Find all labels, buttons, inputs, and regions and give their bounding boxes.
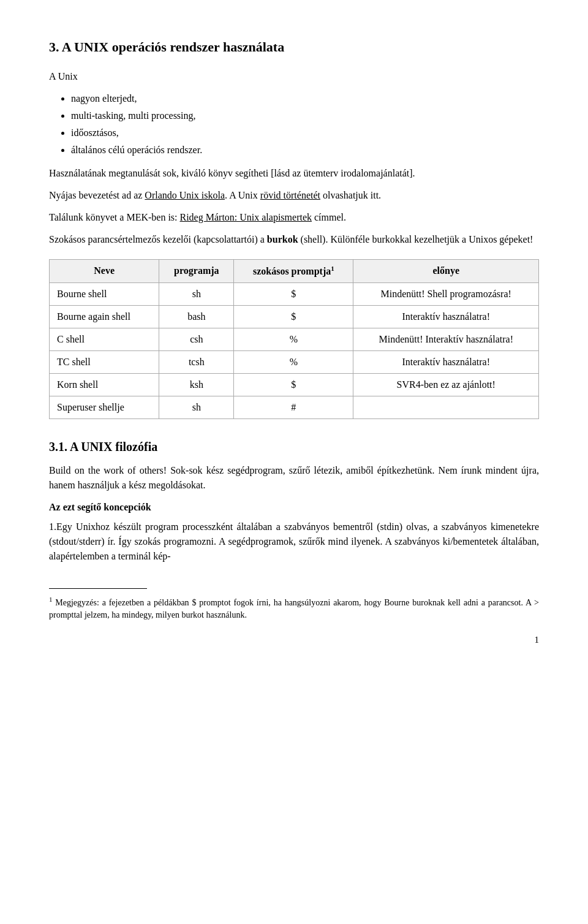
table-row: Korn shell ksh $ SVR4-ben ez az ajánlott…	[50, 374, 539, 396]
para1: Használatának megtanulását sok, kiváló k…	[49, 166, 539, 181]
bullets-list: nagyon elterjedt, multi-tasking, multi p…	[71, 91, 539, 157]
rideg-link[interactable]: Rideg Márton: Unix alapismertek	[180, 212, 312, 222]
cell-neve: C shell	[50, 328, 159, 351]
cell-promptja: %	[234, 351, 353, 374]
cell-programja: csh	[159, 328, 234, 351]
para2-pre: Nyájas bevezetést ad az	[49, 190, 145, 200]
cell-elonye: Mindenütt! Shell programozásra!	[353, 283, 539, 306]
col-promptja: szokásos promptja1	[234, 260, 353, 283]
para4-pre: Szokásos parancsértelmezős kezelői (kapc…	[49, 234, 267, 244]
table-row: Bourne again shell bash $ Interaktív has…	[50, 306, 539, 328]
koncepciok-para: 1.Egy Unixhoz készült program processzké…	[49, 520, 539, 564]
table-row: Superuser shellje sh #	[50, 396, 539, 419]
cell-programja: ksh	[159, 374, 234, 396]
cell-neve: Superuser shellje	[50, 396, 159, 419]
para3-post: címmel.	[312, 212, 346, 222]
cell-neve: Bourne again shell	[50, 306, 159, 328]
cell-programja: sh	[159, 283, 234, 306]
intro-heading: A Unix	[49, 69, 539, 84]
shells-table: Neve programja szokásos promptja1 előnye…	[49, 259, 539, 419]
cell-elonye: Interaktív használatra!	[353, 306, 539, 328]
koncepciok-title: Az ezt segítő koncepciók	[49, 500, 539, 515]
table-row: TC shell tcsh % Interaktív használatra!	[50, 351, 539, 374]
cell-neve: Korn shell	[50, 374, 159, 396]
list-item: általános célú operációs rendszer.	[71, 143, 539, 157]
para2-post: . A Unix	[225, 190, 260, 200]
para4-bold: burkok	[267, 234, 298, 244]
para2-post2: olvashatjuk itt.	[320, 190, 381, 200]
table-row: C shell csh % Mindenütt! Interaktív hasz…	[50, 328, 539, 351]
para3-pre: Találunk könyvet a MEK-ben is:	[49, 212, 180, 222]
cell-programja: bash	[159, 306, 234, 328]
para3: Találunk könyvet a MEK-ben is: Rideg Már…	[49, 210, 539, 225]
subsection-para1: Build on the work of others! Sok-sok kés…	[49, 463, 539, 493]
table-row: Bourne shell sh $ Mindenütt! Shell progr…	[50, 283, 539, 306]
subsection-heading: 3.1. A UNIX filozófia	[49, 437, 539, 456]
para2: Nyájas bevezetést ad az Orlando Unix isk…	[49, 188, 539, 203]
orlando-link[interactable]: Orlando Unix iskola	[145, 190, 225, 200]
cell-elonye: Interaktív használatra!	[353, 351, 539, 374]
cell-neve: TC shell	[50, 351, 159, 374]
para4: Szokásos parancsértelmezős kezelői (kapc…	[49, 232, 539, 247]
page-number: 1	[49, 633, 539, 647]
tortenete-link[interactable]: rövid történetét	[260, 190, 320, 200]
col-programja: programja	[159, 260, 234, 283]
list-item: multi-tasking, multi processing,	[71, 108, 539, 123]
cell-promptja: $	[234, 374, 353, 396]
cell-elonye: Mindenütt! Interaktív használatra!	[353, 328, 539, 351]
col-elonye: előnye	[353, 260, 539, 283]
col-neve: Neve	[50, 260, 159, 283]
para4-post: (shell). Különféle burkokkal kezelhetjük…	[298, 234, 533, 244]
list-item: nagyon elterjedt,	[71, 91, 539, 106]
cell-promptja: %	[234, 328, 353, 351]
cell-elonye	[353, 396, 539, 419]
footnote: 1 Megjegyzés: a fejezetben a példákban $…	[49, 595, 539, 621]
footnote-divider	[49, 588, 147, 589]
cell-promptja: $	[234, 283, 353, 306]
cell-programja: tcsh	[159, 351, 234, 374]
cell-programja: sh	[159, 396, 234, 419]
table-header-row: Neve programja szokásos promptja1 előnye	[50, 260, 539, 283]
cell-neve: Bourne shell	[50, 283, 159, 306]
cell-promptja: #	[234, 396, 353, 419]
list-item: időosztásos,	[71, 126, 539, 140]
footnote-text: Megjegyzés: a fejezetben a példákban $ p…	[49, 598, 539, 619]
page-heading: 3. A UNIX operációs rendszer használata	[49, 37, 539, 57]
cell-promptja: $	[234, 306, 353, 328]
cell-elonye: SVR4-ben ez az ajánlott!	[353, 374, 539, 396]
